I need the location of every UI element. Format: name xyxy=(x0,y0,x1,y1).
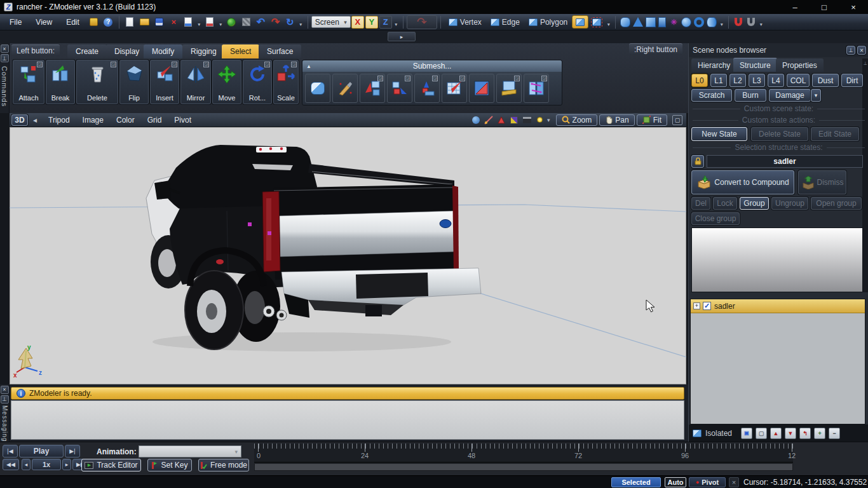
wireframe-view-icon[interactable] xyxy=(484,115,494,125)
node-visibility-checkbox[interactable]: ✓ xyxy=(703,302,711,310)
import-file-icon[interactable] xyxy=(203,16,217,29)
export-dropdown-icon[interactable]: ▾ xyxy=(196,16,203,29)
export-file-icon[interactable] xyxy=(182,16,195,29)
lightbulb-icon[interactable] xyxy=(534,115,545,125)
submesh-cut-button[interactable]: ◲ xyxy=(442,74,467,103)
scene-node-list[interactable]: + ✓ sadler xyxy=(690,299,865,424)
menu-edit[interactable]: Edit xyxy=(59,16,86,29)
ungroup-button[interactable]: Ungroup xyxy=(771,197,808,210)
redo-list-button[interactable]: ▸ xyxy=(388,32,416,41)
cube-primitive-icon[interactable] xyxy=(646,17,656,27)
help-icon[interactable]: ? xyxy=(102,16,115,29)
expand-corner-icon[interactable]: ◲ xyxy=(377,76,383,81)
open-group-button[interactable]: Open group xyxy=(811,197,862,210)
redo-icon[interactable]: ↷ xyxy=(269,16,282,29)
primitives-dropdown-icon[interactable]: ▾ xyxy=(718,16,725,29)
close-icon[interactable]: × xyxy=(1,386,9,394)
scratch-button[interactable]: Scratch xyxy=(691,89,732,102)
point-helper-icon[interactable]: ✳ xyxy=(668,17,679,27)
axis-y-toggle[interactable]: Y xyxy=(365,16,378,29)
track-editor-button[interactable]: ▶Track Editor xyxy=(81,459,141,471)
submesh-brush-button[interactable] xyxy=(332,74,358,103)
view-mode-button[interactable]: 3D xyxy=(11,114,28,126)
viewport-menu-color[interactable]: Color xyxy=(110,116,141,125)
message-log-area[interactable] xyxy=(11,400,684,440)
cone-primitive-icon[interactable] xyxy=(633,17,643,27)
polygon-mode-button[interactable]: Polygon xyxy=(524,18,572,27)
tab-surface[interactable]: Surface xyxy=(259,44,301,58)
clear-pivot-icon[interactable]: × xyxy=(729,477,739,487)
lod-col-button[interactable]: COL xyxy=(787,74,810,87)
checked-list-icon[interactable]: ▣ xyxy=(741,428,752,439)
tool-attach-button[interactable]: ◲ Attach xyxy=(13,60,44,104)
render-clapper-icon[interactable] xyxy=(522,115,532,125)
move-back-icon[interactable]: ↰ xyxy=(799,428,811,439)
snap-magnet-icon[interactable] xyxy=(735,18,742,26)
open-folder-icon[interactable] xyxy=(138,16,151,29)
axis-x-toggle[interactable]: X xyxy=(351,16,364,29)
expand-all-icon[interactable]: + xyxy=(814,428,825,439)
submesh-header[interactable]: ▲ Submesh... xyxy=(302,60,562,72)
submesh-weld-button[interactable]: ◲ xyxy=(496,74,522,103)
selection-box-button[interactable] xyxy=(588,15,605,29)
snap-magnet-off-icon[interactable] xyxy=(747,18,755,26)
tab-display[interactable]: Display xyxy=(106,44,147,58)
timeline-ruler[interactable]: 0 24 48 72 96 12 xyxy=(254,444,793,463)
lod-l1-button[interactable]: L1 xyxy=(710,74,727,87)
collapse-all-icon[interactable]: − xyxy=(829,428,840,439)
step-forward-button[interactable]: ▸ xyxy=(62,459,71,470)
tool-move-button[interactable]: Move xyxy=(212,60,241,104)
screen-mode-select[interactable]: Screen▾ xyxy=(311,16,351,28)
selected-mode-button[interactable]: Selected xyxy=(611,477,661,487)
pin-icon[interactable]: ⊥ xyxy=(1,395,9,403)
rewind-button[interactable]: ◀◀ xyxy=(3,459,19,470)
tab-properties[interactable]: Properties xyxy=(776,58,824,72)
tab-rigging[interactable]: Rigging xyxy=(182,44,225,58)
close-group-button[interactable]: Close group xyxy=(691,212,740,225)
move-up-icon[interactable]: ▲ xyxy=(770,428,782,439)
view-options-dropdown-icon[interactable]: ▾ xyxy=(547,117,550,123)
new-file-icon[interactable] xyxy=(123,16,137,29)
viewport-menu-tripod[interactable]: Tripod xyxy=(42,116,76,125)
minimize-button[interactable]: – xyxy=(780,0,810,14)
box-primitive-icon[interactable] xyxy=(658,17,666,27)
mode-dropdown-icon[interactable]: ▾ xyxy=(605,16,612,29)
tool-mirror-button[interactable]: ◲ Mirror xyxy=(180,60,211,104)
tab-create[interactable]: Create xyxy=(67,44,107,58)
submesh-edge-loop-button[interactable]: ◲ xyxy=(524,74,549,103)
save-icon[interactable] xyxy=(153,16,166,29)
lock-button[interactable]: Lock xyxy=(713,197,737,210)
delete-state-button[interactable]: Delete State xyxy=(751,127,808,141)
options-icon[interactable] xyxy=(87,16,100,29)
expand-corner-icon[interactable]: ◲ xyxy=(432,76,438,81)
viewport-canvas[interactable]: y x z xyxy=(10,127,686,384)
globe-settings-icon[interactable] xyxy=(225,16,238,29)
import-dropdown-icon[interactable]: ▾ xyxy=(217,16,224,29)
collapse-left-icon[interactable]: ◂ xyxy=(33,116,37,125)
material-editor-icon[interactable] xyxy=(240,16,253,29)
close-icon[interactable]: × xyxy=(1,44,9,53)
expand-corner-icon[interactable]: ◲ xyxy=(405,76,410,81)
undo-icon[interactable]: ↶ xyxy=(254,16,268,29)
collapse-up-icon[interactable]: ▲ xyxy=(306,64,311,69)
move-down-icon[interactable]: ▼ xyxy=(785,428,796,439)
new-state-button[interactable]: New State xyxy=(691,127,747,141)
animation-select[interactable]: ▾ xyxy=(139,445,241,458)
tool-flip-button[interactable]: Flip xyxy=(119,60,149,104)
submesh-rounded-cube-button[interactable] xyxy=(305,74,330,103)
tool-break-button[interactable]: Break xyxy=(46,60,75,104)
object-mode-button[interactable] xyxy=(572,15,588,29)
expand-node-icon[interactable]: + xyxy=(693,302,700,309)
skip-end-button[interactable]: ▶| xyxy=(65,445,80,458)
unchecked-list-icon[interactable]: ▢ xyxy=(756,428,767,439)
delete-icon[interactable]: × xyxy=(167,16,180,29)
tab-select[interactable]: Select xyxy=(222,44,259,58)
convert-to-compound-button[interactable]: Convert to Compound xyxy=(691,170,794,194)
expand-corner-icon[interactable]: ◲ xyxy=(514,76,520,81)
tool-scale-button[interactable]: ◲ Scale xyxy=(273,60,299,104)
lod-dirt-button[interactable]: Dirt xyxy=(841,74,863,87)
tool-insert-button[interactable]: ◲ Insert xyxy=(150,60,179,104)
fit-button[interactable]: Fit xyxy=(637,114,667,126)
zoom-button[interactable]: Zoom xyxy=(556,114,598,126)
burn-button[interactable]: Burn xyxy=(735,89,766,102)
